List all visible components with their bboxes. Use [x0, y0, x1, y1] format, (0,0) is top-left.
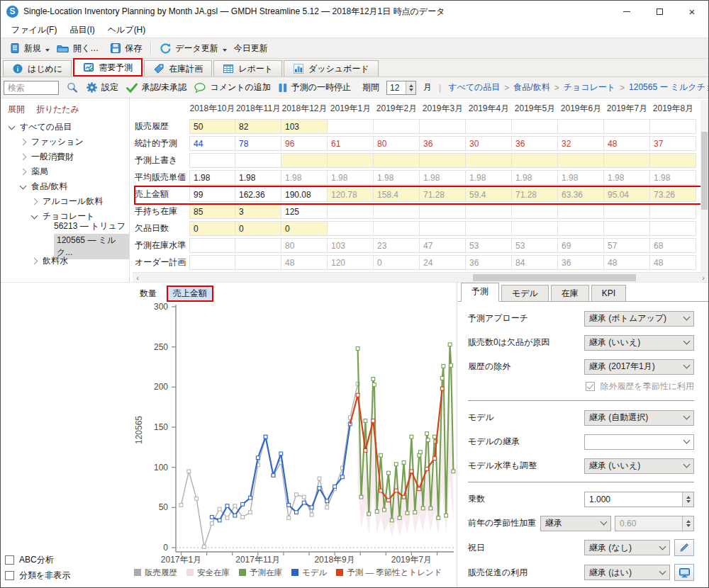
- checkbox[interactable]: [5, 555, 14, 565]
- table-cell[interactable]: 96: [281, 136, 328, 151]
- table-cell[interactable]: 1.98: [558, 170, 604, 185]
- minimize-button[interactable]: [610, 1, 643, 22]
- toolbar-button-1[interactable]: 開く…: [51, 40, 104, 57]
- table-cell[interactable]: 1.98: [420, 170, 466, 185]
- table-cell[interactable]: [604, 204, 650, 219]
- table-cell[interactable]: 36: [558, 255, 604, 270]
- chevron-down-icon[interactable]: [9, 123, 16, 130]
- tree-item-1[interactable]: ファッション: [1, 135, 129, 149]
- table-cell[interactable]: 0: [235, 221, 281, 236]
- dropdown[interactable]: 継承 (いいえ): [584, 335, 694, 351]
- table-cell[interactable]: 53: [512, 238, 558, 253]
- menu-item-1[interactable]: 品目(I): [63, 23, 101, 38]
- table-cell[interactable]: 68: [650, 238, 696, 253]
- tree-item-5[interactable]: アルコール飲料: [1, 194, 129, 209]
- add-comment-button[interactable]: コメントの追加: [194, 81, 270, 94]
- main-tab-1[interactable]: 需要予測: [73, 58, 143, 77]
- field-checkbox-3[interactable]: 除外履歴を季節性に利用: [468, 380, 694, 392]
- pencil-button[interactable]: [674, 539, 694, 556]
- settings-button[interactable]: 設定: [86, 81, 118, 94]
- dropdown[interactable]: 継承 (いいえ): [584, 458, 694, 474]
- chevron-right-icon[interactable]: [20, 154, 27, 161]
- table-cell[interactable]: [328, 204, 374, 219]
- panel-tab-3[interactable]: KPI: [591, 285, 626, 301]
- period-spinner[interactable]: 12: [386, 81, 416, 95]
- breadcrumb-item-2[interactable]: チョコレート: [564, 81, 615, 94]
- expand-all-link[interactable]: 展開: [8, 103, 25, 115]
- table-cell[interactable]: 37: [650, 136, 696, 151]
- table-cell[interactable]: 1.98: [328, 170, 374, 185]
- table-cell[interactable]: [281, 153, 328, 168]
- table-cell[interactable]: 80: [281, 238, 328, 253]
- table-cell[interactable]: 32: [558, 136, 604, 151]
- table-cell[interactable]: 1.98: [281, 170, 328, 185]
- chevron-right-icon[interactable]: [20, 169, 27, 176]
- table-cell[interactable]: [374, 221, 420, 236]
- table-cell[interactable]: 95.04: [604, 187, 650, 202]
- chevron-down-icon[interactable]: [31, 212, 38, 219]
- table-cell[interactable]: 85: [189, 204, 235, 219]
- menu-item-0[interactable]: ファイル(F): [5, 23, 63, 38]
- table-cell[interactable]: [558, 153, 604, 168]
- table-cell[interactable]: [604, 153, 650, 168]
- table-cell[interactable]: [420, 119, 466, 134]
- footer-checkbox-1[interactable]: 分類を非表示: [5, 570, 70, 582]
- table-cell[interactable]: [374, 204, 420, 219]
- chevron-right-icon[interactable]: [31, 198, 38, 205]
- spinner-input[interactable]: 1.000: [584, 492, 694, 507]
- table-cell[interactable]: 36: [512, 136, 558, 151]
- table-cell[interactable]: [420, 153, 466, 168]
- panel-tab-0[interactable]: 予測: [461, 283, 499, 302]
- table-cell[interactable]: 44: [189, 136, 235, 151]
- collapse-all-link[interactable]: 折りたたみ: [36, 103, 79, 115]
- table-vertical-scrollbar[interactable]: [700, 100, 708, 272]
- table-cell[interactable]: 23: [374, 238, 420, 253]
- table-cell[interactable]: [604, 119, 650, 134]
- table-cell[interactable]: 73.26: [650, 187, 696, 202]
- dropdown[interactable]: 継承: [540, 516, 611, 531]
- table-cell[interactable]: 1.98: [235, 170, 281, 185]
- table-cell[interactable]: 48: [604, 136, 650, 151]
- table-cell[interactable]: [189, 153, 235, 168]
- monitor-button[interactable]: [674, 564, 694, 581]
- tree-item-2[interactable]: 一般消費財: [1, 149, 129, 164]
- tree-item-3[interactable]: 薬局: [1, 164, 129, 179]
- table-cell[interactable]: [466, 153, 512, 168]
- pause-forecast-button[interactable]: 予測の一時停止: [278, 81, 351, 94]
- table-cell[interactable]: 1.98: [374, 170, 420, 185]
- table-cell[interactable]: 1.98: [189, 170, 235, 185]
- table-cell[interactable]: 190.08: [281, 187, 328, 202]
- table-cell[interactable]: 125: [281, 204, 328, 219]
- checkbox[interactable]: [5, 571, 14, 580]
- table-cell[interactable]: 82: [235, 119, 281, 134]
- table-cell[interactable]: 1.98: [466, 170, 512, 185]
- table-cell[interactable]: 57: [604, 238, 650, 253]
- table-cell[interactable]: [512, 204, 558, 219]
- table-cell[interactable]: [374, 153, 420, 168]
- breadcrumb-item-1[interactable]: 食品/飲料: [513, 81, 549, 94]
- table-cell[interactable]: 69: [558, 238, 604, 253]
- table-cell[interactable]: 99: [189, 187, 235, 202]
- main-tab-0[interactable]: iはじめに: [3, 60, 72, 77]
- dropdown-arrow-icon[interactable]: [45, 49, 50, 52]
- tree-item-8[interactable]: 120565 — ミルク...: [1, 239, 129, 254]
- table-cell[interactable]: 24: [420, 255, 466, 270]
- table-cell[interactable]: [466, 119, 512, 134]
- approve-button[interactable]: 承認/未承認: [125, 81, 186, 94]
- table-cell[interactable]: [650, 153, 696, 168]
- table-cell[interactable]: 3: [235, 204, 281, 219]
- tree-item-4[interactable]: 食品/飲料: [1, 179, 129, 194]
- table-cell[interactable]: 1.98: [604, 170, 650, 185]
- table-cell[interactable]: 120: [328, 255, 374, 270]
- toolbar-button-4[interactable]: 今日更新: [228, 40, 274, 57]
- table-cell[interactable]: [604, 221, 650, 236]
- table-cell[interactable]: 1.98: [650, 170, 696, 185]
- table-cell[interactable]: [328, 153, 374, 168]
- table-cell[interactable]: [650, 221, 696, 236]
- table-cell[interactable]: 80: [374, 136, 420, 151]
- close-button[interactable]: ×: [676, 1, 708, 22]
- table-cell[interactable]: 103: [328, 238, 374, 253]
- table-cell[interactable]: 84: [512, 255, 558, 270]
- main-tab-3[interactable]: レポート: [213, 60, 282, 77]
- panel-tab-1[interactable]: モデル: [501, 285, 549, 301]
